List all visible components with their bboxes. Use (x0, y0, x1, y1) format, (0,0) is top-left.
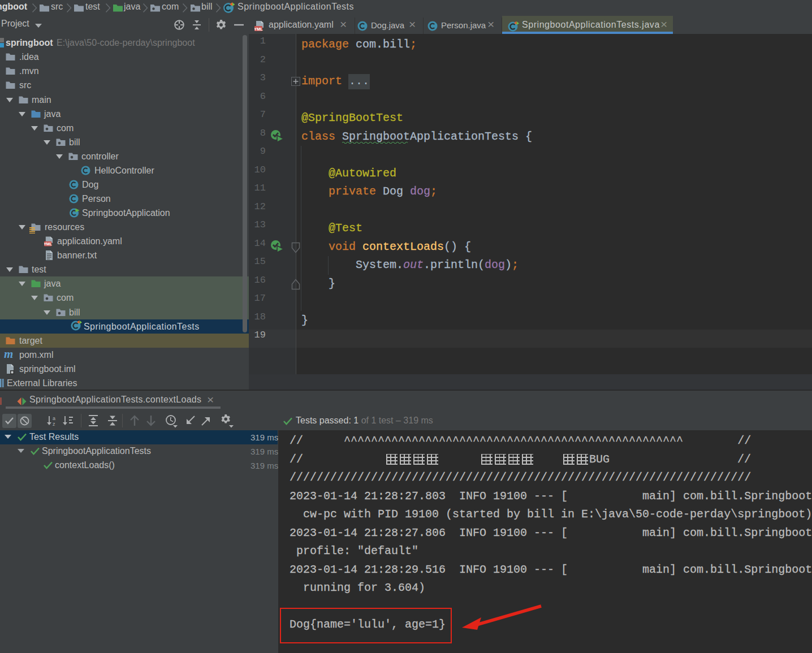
svg-text:m: m (4, 349, 13, 360)
svg-text:YML: YML (254, 27, 263, 32)
svg-text:z: z (53, 421, 55, 426)
svg-text:a: a (53, 416, 55, 421)
